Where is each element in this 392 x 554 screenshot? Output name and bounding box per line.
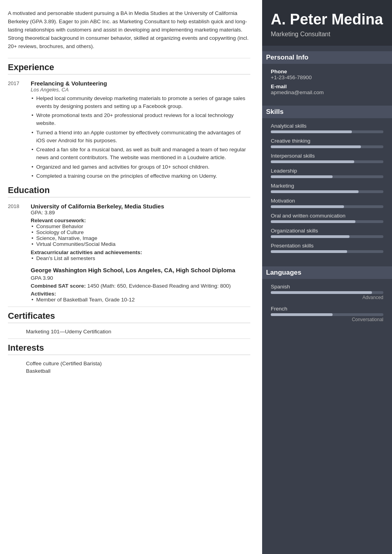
language-bar-bg [271, 291, 383, 294]
coursework-label: Relevant coursework: [31, 218, 250, 223]
skill-item: Interpersonal skills [271, 153, 383, 163]
languages-title: Languages [262, 266, 392, 279]
list-item: Organized and led games and activities f… [31, 163, 250, 171]
skill-name: Motivation [271, 198, 383, 204]
language-item: SpanishAdvanced [271, 284, 383, 300]
skill-name: Leadership [271, 168, 383, 174]
candidate-name: A. Peter Medina [271, 11, 383, 28]
list-item: Completed a training course on the princ… [31, 172, 250, 180]
skill-name: Organizational skills [271, 228, 383, 234]
personal-info-section: Personal Info Phone +1-23-456-78900 E-ma… [262, 46, 392, 100]
list-item: Sociology of Culture [31, 229, 250, 235]
skill-bar-fill [271, 205, 344, 208]
list-item: Created a fan site for a musical band, a… [31, 146, 250, 162]
skill-bar-fill [271, 160, 354, 163]
list-item: Wrote promotional texts and 20+ professi… [31, 112, 250, 128]
experience-bullets: Helped local community develop marketing… [31, 95, 250, 180]
email-value: apmedina@email.com [271, 89, 383, 95]
gpa1: GPA: 3.89 [31, 210, 250, 216]
skill-bar-fill [271, 145, 361, 148]
interest-item: Coffee culture (Certified Barista) [26, 361, 250, 366]
experience-entry: 2017Freelancing & VolunteeringLos Angele… [8, 80, 250, 182]
candidate-job-title: Marketing Consultant [271, 31, 383, 38]
language-name: French [271, 306, 383, 312]
coursework-list: Consumer BehaviorSociology of CultureSci… [31, 223, 250, 247]
edu-content: University of California Berkeley, Media… [31, 203, 250, 303]
skills-list: Analytical skillsCreative thinkingInterp… [271, 123, 383, 253]
skill-bar-bg [271, 250, 383, 253]
sat-info: Combined SAT score: 1450 (Math: 650, Evi… [31, 283, 250, 289]
certificates-title: Certificates [8, 311, 250, 323]
school2: George Washington High School, Los Angel… [31, 267, 250, 303]
list-item: Helped local community develop marketing… [31, 95, 250, 111]
cert-section: Marketing 101—Udemy Certification [8, 329, 250, 335]
skill-bar-bg [271, 130, 383, 133]
entry-content: Freelancing & VolunteeringLos Angeles, C… [31, 80, 250, 182]
education-entry: 2018University of California Berkeley, M… [8, 203, 250, 303]
summary-text: A motivated and personable student pursu… [8, 9, 250, 51]
skill-bar-fill [271, 130, 352, 133]
skill-item: Organizational skills [271, 228, 383, 238]
skill-bar-bg [271, 190, 383, 193]
interests-divider [8, 338, 250, 339]
personal-info-title: Personal Info [262, 51, 392, 64]
left-column: A motivated and personable student pursu… [0, 0, 262, 554]
gpa2: GPA 3.90 [31, 275, 250, 281]
interest-item: Basketball [26, 368, 250, 374]
skill-bar-bg [271, 175, 383, 178]
interests-title: Interests [8, 343, 250, 355]
skill-name: Analytical skills [271, 123, 383, 129]
skill-name: Marketing [271, 183, 383, 189]
skill-item: Oral and written communication [271, 213, 383, 223]
right-header: A. Peter Medina Marketing Consultant [262, 0, 392, 46]
extra-label: Extracurricular activities and achieveme… [31, 249, 250, 255]
languages-section: Languages SpanishAdvancedFrenchConversat… [262, 261, 392, 331]
list-item: Consumer Behavior [31, 223, 250, 229]
skill-bar-bg [271, 145, 383, 148]
language-bar-fill [271, 291, 372, 294]
entry-title: Freelancing & Volunteering [31, 80, 250, 87]
school1-title: University of California Berkeley, Media… [31, 203, 250, 210]
activities-list: Member of Basketball Team, Grade 10-12 [31, 297, 250, 303]
entry-subtitle: Los Angeles, CA [31, 87, 250, 93]
language-bar-fill [271, 313, 333, 316]
languages-list: SpanishAdvancedFrenchConversational [271, 284, 383, 322]
entry-year: 2017 [8, 80, 24, 182]
experience-section: 2017Freelancing & VolunteeringLos Angele… [8, 80, 250, 182]
skill-bar-fill [271, 220, 355, 223]
skill-item: Leadership [271, 168, 383, 178]
skill-bar-fill [271, 190, 359, 193]
skill-bar-fill [271, 250, 347, 253]
language-item: FrenchConversational [271, 306, 383, 322]
summary-divider [8, 58, 250, 58]
education-title: Education [8, 185, 250, 197]
edu-year: 2018 [8, 203, 24, 303]
education-section: 2018University of California Berkeley, M… [8, 203, 250, 303]
skill-item: Creative thinking [271, 138, 383, 148]
right-column: A. Peter Medina Marketing Consultant Per… [262, 0, 392, 554]
skill-bar-bg [271, 160, 383, 163]
cert-divider [8, 307, 250, 307]
skill-item: Marketing [271, 183, 383, 193]
list-item: Science, Narrative, Image [31, 235, 250, 241]
list-item: Dean's List all semesters [31, 255, 250, 261]
skill-bar-bg [271, 220, 383, 223]
skill-name: Interpersonal skills [271, 153, 383, 159]
list-item: Member of Basketball Team, Grade 10-12 [31, 297, 250, 303]
skill-bar-fill [271, 235, 349, 238]
skill-item: Motivation [271, 198, 383, 208]
phone-label: Phone [271, 69, 383, 74]
resume-container: A motivated and personable student pursu… [0, 0, 392, 554]
skill-name: Oral and written communication [271, 213, 383, 219]
list-item: Virtual Communities/Social Media [31, 241, 250, 247]
skill-item: Analytical skills [271, 123, 383, 133]
language-level: Conversational [271, 317, 383, 322]
skills-section: Skills Analytical skillsCreative thinkin… [262, 100, 392, 261]
list-item: Turned a friend into an Apple customer b… [31, 129, 250, 145]
sat-label: Combined SAT score: [31, 283, 87, 289]
language-name: Spanish [271, 284, 383, 290]
language-level: Advanced [271, 295, 383, 300]
interests-section: Coffee culture (Certified Barista)Basket… [8, 361, 250, 374]
experience-title: Experience [8, 62, 250, 74]
school2-title: George Washington High School, Los Angel… [31, 267, 250, 273]
